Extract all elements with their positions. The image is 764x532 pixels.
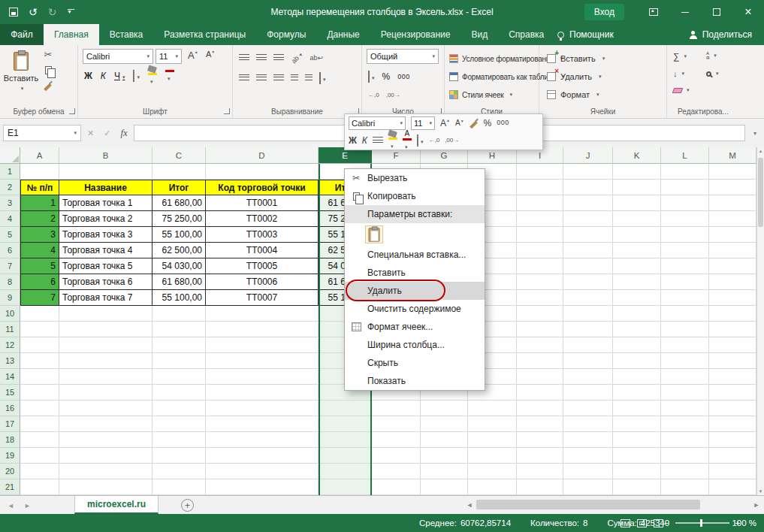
- cell-C9[interactable]: 55 100,00: [152, 290, 206, 306]
- cell-B21[interactable]: [59, 479, 152, 495]
- menu-item-copy[interactable]: Копировать: [345, 187, 485, 205]
- cell-D4[interactable]: TT0002: [206, 211, 319, 227]
- scroll-down-icon[interactable]: ▼: [757, 489, 764, 494]
- cell-K3[interactable]: [613, 195, 661, 211]
- paste-option-button[interactable]: [365, 225, 383, 243]
- ribbon-display-options-button[interactable]: [638, 0, 669, 24]
- cell-C10[interactable]: [152, 306, 206, 322]
- cell-J7[interactable]: [563, 258, 613, 274]
- cell-I6[interactable]: [517, 243, 563, 258]
- cell-K21[interactable]: [613, 479, 661, 495]
- zoom-out-button[interactable]: −: [664, 518, 669, 527]
- cell-L3[interactable]: [661, 195, 709, 211]
- cell-J13[interactable]: [563, 353, 613, 369]
- row-header-8[interactable]: 8: [0, 274, 20, 290]
- ribbon-tab-3[interactable]: Формулы: [256, 24, 316, 45]
- insert-cells-button[interactable]: Вставить: [547, 51, 605, 66]
- save-icon[interactable]: [9, 8, 18, 17]
- cell-J15[interactable]: [563, 385, 613, 401]
- row-header-14[interactable]: 14: [0, 369, 20, 385]
- sort-filter-button[interactable]: АЯ: [706, 51, 717, 60]
- cell-M21[interactable]: [709, 479, 756, 495]
- cell-J11[interactable]: [563, 322, 613, 337]
- cell-A4[interactable]: 2: [20, 211, 59, 227]
- autosum-button[interactable]: ∑: [673, 51, 687, 62]
- cell-B5[interactable]: Торговая точка 3: [59, 227, 152, 243]
- mini-font-name-select[interactable]: Calibri▾: [349, 116, 406, 130]
- scroll-right-icon[interactable]: ►: [753, 501, 760, 509]
- vertical-scroll-thumb[interactable]: [758, 158, 763, 227]
- normal-view-icon[interactable]: [621, 519, 630, 527]
- row-header-13[interactable]: 13: [0, 353, 20, 369]
- mini-align-center-icon[interactable]: [373, 137, 383, 144]
- next-sheet-icon[interactable]: ►: [24, 502, 31, 509]
- cell-M3[interactable]: [709, 195, 756, 211]
- mini-font-color-button[interactable]: А: [403, 130, 412, 151]
- cell-D5[interactable]: TT0003: [206, 227, 319, 243]
- font-name-select[interactable]: Calibri▾: [83, 49, 153, 64]
- cell-E20[interactable]: [319, 464, 372, 479]
- cell-D10[interactable]: [206, 306, 319, 322]
- cell-C4[interactable]: 75 250,00: [152, 211, 206, 227]
- font-size-select[interactable]: 11▾: [156, 49, 182, 64]
- find-select-button[interactable]: [706, 71, 719, 77]
- menu-item-column-width[interactable]: Ширина столбца...: [345, 336, 485, 354]
- cell-D9[interactable]: TT0007: [206, 290, 319, 306]
- cell-I18[interactable]: [517, 432, 563, 448]
- cell-F18[interactable]: [372, 432, 421, 448]
- font-color-button[interactable]: [165, 69, 174, 83]
- format-painter-icon[interactable]: [44, 81, 53, 90]
- cell-M11[interactable]: [709, 322, 756, 337]
- ribbon-tab-4[interactable]: Данные: [316, 24, 370, 45]
- cell-E19[interactable]: [319, 448, 372, 464]
- cell-L18[interactable]: [661, 432, 709, 448]
- assistant-control[interactable]: Помощник: [557, 24, 614, 45]
- cell-B18[interactable]: [59, 432, 152, 448]
- cell-D12[interactable]: [206, 337, 319, 353]
- cancel-formula-button[interactable]: ✕: [87, 128, 94, 138]
- cell-B2[interactable]: Название: [59, 180, 152, 195]
- cell-K4[interactable]: [613, 211, 661, 227]
- menu-item-format-cells[interactable]: Формат ячеек...: [345, 318, 485, 336]
- row-header-19[interactable]: 19: [0, 448, 20, 464]
- mini-font-size-select[interactable]: 11▾: [411, 116, 435, 130]
- cell-H19[interactable]: [468, 448, 517, 464]
- row-header-17[interactable]: 17: [0, 416, 20, 432]
- row-header-1[interactable]: 1: [0, 164, 20, 180]
- paste-button[interactable]: Вставить: [4, 48, 38, 105]
- cell-E16[interactable]: [319, 401, 372, 416]
- italic-button[interactable]: К: [101, 71, 106, 81]
- borders-button[interactable]: [133, 71, 140, 81]
- cell-J6[interactable]: [563, 243, 613, 258]
- cell-L13[interactable]: [661, 353, 709, 369]
- cell-D15[interactable]: [206, 385, 319, 401]
- cell-A21[interactable]: [20, 479, 59, 495]
- menu-item-insert[interactable]: Вставить: [345, 264, 485, 282]
- cell-A15[interactable]: [20, 385, 59, 401]
- cell-L10[interactable]: [661, 306, 709, 322]
- mini-percent-button[interactable]: %: [484, 119, 492, 128]
- cell-J4[interactable]: [563, 211, 613, 227]
- cell-L17[interactable]: [661, 416, 709, 432]
- sheet-tab-active[interactable]: microexcel.ru: [74, 496, 159, 514]
- cell-B20[interactable]: [59, 464, 152, 479]
- cell-J2[interactable]: [563, 180, 613, 195]
- maximize-button[interactable]: [701, 0, 732, 24]
- cell-I7[interactable]: [517, 258, 563, 274]
- cell-I20[interactable]: [517, 464, 563, 479]
- cell-M6[interactable]: [709, 243, 756, 258]
- cell-G17[interactable]: [421, 416, 468, 432]
- row-header-6[interactable]: 6: [0, 243, 20, 258]
- cell-A17[interactable]: [20, 416, 59, 432]
- row-header-9[interactable]: 9: [0, 290, 20, 306]
- cell-J9[interactable]: [563, 290, 613, 306]
- previous-sheet-icon[interactable]: ◄: [8, 502, 14, 509]
- cell-I5[interactable]: [517, 227, 563, 243]
- cell-C11[interactable]: [152, 322, 206, 337]
- cell-D13[interactable]: [206, 353, 319, 369]
- cell-C6[interactable]: 62 500,00: [152, 243, 206, 258]
- row-header-21[interactable]: 21: [0, 479, 20, 495]
- ribbon-tab-1[interactable]: Вставка: [99, 24, 154, 45]
- cell-J17[interactable]: [563, 416, 613, 432]
- bold-button[interactable]: Ж: [84, 71, 92, 81]
